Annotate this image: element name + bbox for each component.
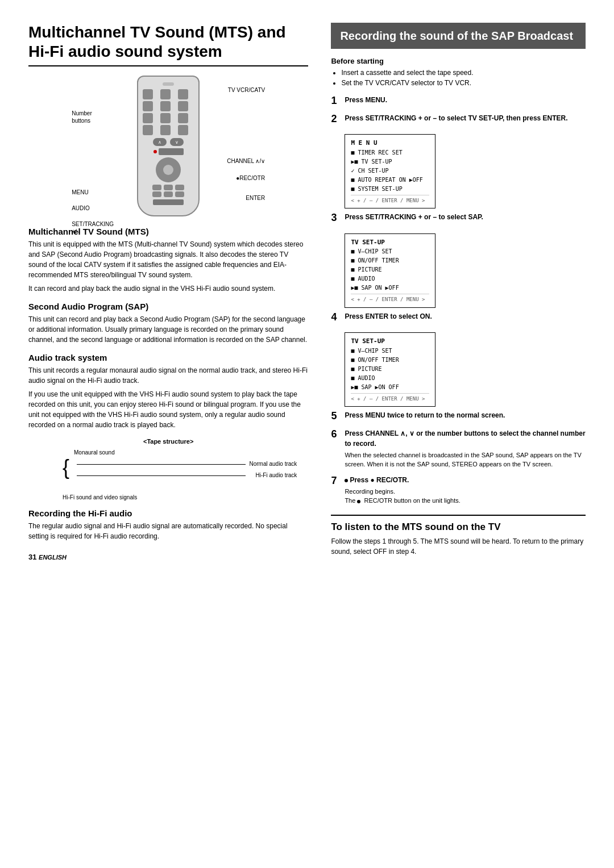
rec-dot [154, 150, 157, 153]
menu-1-item-0: ■ TIMER REC SET [351, 148, 429, 157]
right-header-box: Recording the sound of the SAP Broadcast [331, 23, 586, 49]
before-starting-item-1: Insert a cassette and select the tape sp… [341, 68, 586, 78]
remote-num-btn[interactable] [160, 89, 171, 99]
step-1: 1 Press MENU. [331, 95, 586, 107]
tape-structure-label: <Tape structure> [28, 438, 308, 445]
page-lang: ENGLISH [39, 554, 67, 561]
menu-2-item-4: ▶■ SAP ON ▶OFF [351, 283, 429, 293]
step-2-num: 2 [331, 113, 341, 126]
rec-bullet-2 [357, 500, 360, 503]
step-1-text: Press MENU. [345, 96, 387, 104]
menu-3-item-1: ■ ON/OFF TIMER [351, 356, 429, 365]
sap-section: Second Audio Program (SAP) This unit can… [28, 302, 308, 345]
rec-otr-btn[interactable] [143, 148, 194, 155]
step-5: 5 Press MENU twice to return to the norm… [331, 410, 586, 423]
remote-num-btn[interactable] [143, 113, 153, 123]
menu-2-title: TV SET-UP [351, 237, 429, 248]
menu-box-1: M E N U ■ TIMER REC SET ▶■ TV SET-UP ✓ C… [345, 134, 435, 208]
sap-title: Second Audio Program (SAP) [28, 302, 308, 311]
monaural-label: Monaural sound [74, 449, 115, 456]
nav-inner [163, 165, 173, 175]
remote-num-btn[interactable] [178, 125, 188, 135]
remote-num-btn[interactable] [178, 89, 188, 99]
to-listen-title: To listen to the MTS sound on the TV [331, 521, 586, 533]
before-starting-item-2: Set the TV VCR/CATV selector to TV VCR. [341, 78, 586, 88]
to-listen-section: To listen to the MTS sound on the TV Fol… [331, 515, 586, 557]
menu-2-item-0: ■ V–CHIP SET [351, 247, 429, 256]
menu-1-item-4: ■ SYSTEM SET-UP [351, 185, 429, 194]
step-7-content: Press ● REC/OTR. Recording begins. The R… [345, 475, 586, 506]
hifi-body: The regular audio signal and Hi-Fi audio… [28, 521, 308, 541]
hifi-section: Recording the Hi-Fi audio The regular au… [28, 508, 308, 541]
bottom-btn[interactable] [175, 185, 184, 190]
step-3-text: Press SET/TRACKING + or – to select SAP. [345, 213, 483, 221]
channel-up-btn[interactable]: ∧ [153, 138, 167, 146]
step-6-content: Press CHANNEL ∧, ∨ or the number buttons… [345, 428, 586, 469]
step-2: 2 Press SET/TRACKING + or – to select TV… [331, 113, 586, 126]
mts-section: Multichannel TV Sound (MTS) This unit is… [28, 227, 308, 294]
step-1-num: 1 [331, 95, 341, 107]
audio-btn[interactable] [152, 191, 161, 197]
right-column: Recording the sound of the SAP Broadcast… [331, 23, 586, 561]
label-channel: CHANNEL ∧/∨ [227, 158, 265, 164]
tape-line-1 [77, 464, 246, 465]
remote-num-btn[interactable] [178, 101, 188, 111]
remote-num-btn[interactable] [143, 89, 153, 99]
channel-down-btn[interactable]: ∨ [170, 138, 184, 146]
remote-num-btn[interactable] [160, 125, 171, 135]
menu-1-title: M E N U [351, 138, 429, 148]
bottom-btn[interactable] [175, 191, 184, 197]
remote-num-btn[interactable] [160, 113, 171, 123]
label-enter: ENTER [246, 195, 265, 201]
to-listen-body: Follow the steps 1 through 5. The MTS so… [331, 536, 586, 557]
menu-3-item-4: ▶■ SAP ▶ON OFF [351, 383, 429, 392]
step-3: 3 Press SET/TRACKING + or – to select SA… [331, 212, 586, 224]
before-starting-section: Before starting Insert a cassette and se… [331, 57, 586, 88]
step-4-num: 4 [331, 311, 341, 324]
tape-brace: { [63, 457, 69, 478]
step-3-content: Press SET/TRACKING + or – to select SAP. [345, 212, 586, 222]
remote-num-btn[interactable] [143, 101, 153, 111]
remote-num-btn[interactable] [160, 101, 171, 111]
audio-body-1: This unit records a regular monaural aud… [28, 365, 308, 386]
remote-num-btn[interactable] [178, 113, 188, 123]
menu-2-footer: < + / – / ENTER / MENU > [351, 294, 429, 303]
left-column: Multichannel TV Sound (MTS) and Hi-Fi au… [28, 23, 308, 561]
sap-body: This unit can record and play back a Sec… [28, 314, 308, 345]
mts-body-2: It can record and play back the audio si… [28, 283, 308, 294]
step-5-num: 5 [331, 410, 341, 423]
step-7-text-label: Press ● REC/OTR. [350, 476, 409, 484]
before-starting-list: Insert a cassette and select the tape sp… [331, 68, 586, 88]
right-header-title: Recording the sound of the SAP Broadcast [340, 28, 576, 43]
page-num: 31 [28, 553, 36, 561]
bottom-btn[interactable] [164, 185, 173, 190]
label-rec-otr: ●REC/OTR [236, 175, 265, 181]
step-6: 6 Press CHANNEL ∧, ∨ or the number butto… [331, 428, 586, 469]
hifi-title: Recording the Hi-Fi audio [28, 508, 308, 518]
menu-1-footer: < + / – / ENTER / MENU > [351, 195, 429, 205]
menu-box-2: TV SET-UP ■ V–CHIP SET ■ ON/OFF TIMER ■ … [345, 233, 435, 308]
bottom-btn[interactable] [164, 191, 173, 197]
nav-circle[interactable] [156, 157, 181, 182]
step-4: 4 Press ENTER to select ON. [331, 311, 586, 324]
audio-title: Audio track system [28, 353, 308, 362]
step-4-content: Press ENTER to select ON. [345, 311, 586, 322]
step-4-text: Press ENTER to select ON. [345, 312, 432, 320]
menu-btn[interactable] [152, 185, 161, 190]
remote-num-btn[interactable] [143, 125, 153, 135]
before-starting-title: Before starting [331, 57, 586, 65]
menu-3-title: TV SET-UP [351, 336, 429, 347]
mts-title: Multichannel TV Sound (MTS) [28, 227, 308, 236]
menu-1-item-3: ■ AUTO REPEAT ON ▶OFF [351, 176, 429, 185]
menu-2-item-2: ■ PICTURE [351, 265, 429, 274]
step-2-content: Press SET/TRACKING + or – to select TV S… [345, 113, 586, 123]
tape-line-2 [77, 475, 246, 476]
normal-track-label: Normal audio track [249, 461, 297, 467]
main-title: Multichannel TV Sound (MTS) and Hi-Fi au… [28, 23, 308, 66]
set-tracking-btn[interactable] [153, 199, 184, 205]
label-number-buttons: Numberbuttons [72, 110, 92, 124]
rec-bullet [345, 479, 348, 482]
remote-diagram: Numberbuttons MENU AUDIO SET/TRACKING+/–… [28, 76, 308, 216]
menu-3-footer: < + / – / ENTER / MENU > [351, 393, 429, 403]
menu-2-item-3: ■ AUDIO [351, 274, 429, 283]
